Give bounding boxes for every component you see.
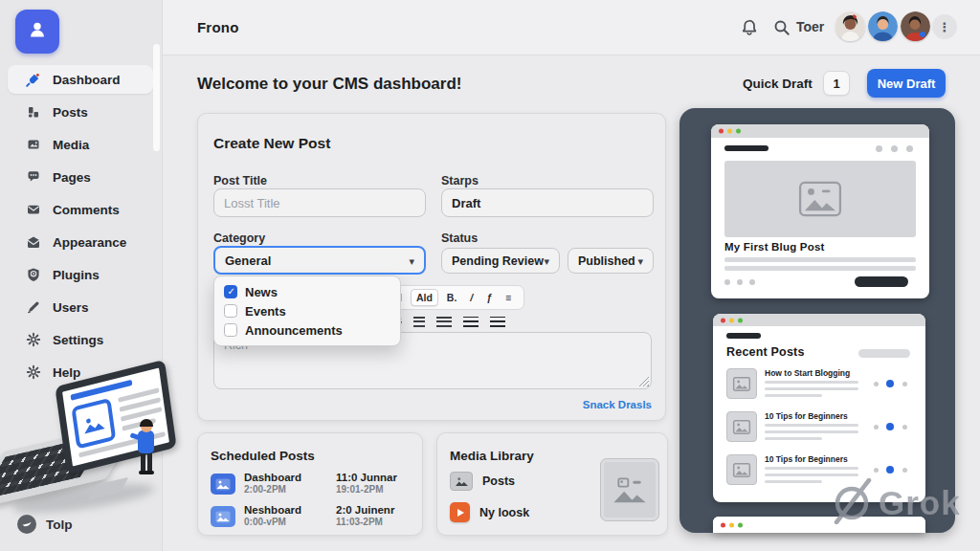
browser-mockup-post: My First Blug Post bbox=[711, 124, 929, 298]
media-row-label: Posts bbox=[482, 474, 515, 488]
play-icon bbox=[450, 502, 470, 522]
maximize-traffic-light bbox=[738, 318, 743, 322]
scheduled-row[interactable]: Dashboard 2:00-2PM bbox=[211, 472, 301, 495]
category-select[interactable]: General bbox=[213, 246, 426, 275]
sidebar-item-help[interactable]: Help bbox=[8, 358, 153, 386]
starps-input[interactable] bbox=[441, 188, 654, 217]
scheduled-date-sub: 11:03-2PM bbox=[336, 517, 394, 527]
sidebar-item-label: Posts bbox=[53, 105, 88, 120]
sidebar-item-appearance[interactable]: Appearance bbox=[8, 228, 153, 256]
italic-button[interactable]: / bbox=[465, 290, 478, 305]
sidebar-scrollbar[interactable] bbox=[153, 44, 160, 151]
dash-list-icon[interactable] bbox=[413, 317, 425, 327]
laptop-screen-image-icon bbox=[71, 398, 116, 450]
media-thumbnail[interactable] bbox=[600, 458, 659, 521]
dropdown-option-announcements[interactable]: Announcements bbox=[214, 320, 400, 340]
avatar[interactable] bbox=[835, 11, 865, 41]
laptop-trackpad bbox=[87, 477, 128, 500]
close-traffic-light bbox=[721, 318, 725, 322]
menu-icon[interactable]: ≡ bbox=[501, 290, 516, 305]
status-select[interactable]: Pending Review bbox=[441, 248, 560, 274]
toolbar-button[interactable]: ƒ bbox=[481, 290, 497, 305]
bell-icon[interactable] bbox=[740, 18, 759, 37]
scheduled-date: 2:0 Juinenr 11:03-2PM bbox=[336, 504, 394, 527]
editor-toolbar-row1: l Ald B. / ƒ ≡ bbox=[386, 285, 524, 310]
pen-icon bbox=[25, 299, 41, 316]
checkbox-icon[interactable] bbox=[224, 304, 237, 318]
preview-panel: My First Blug Post Recent Posts How to S… bbox=[679, 108, 955, 533]
chat-icon bbox=[25, 169, 41, 186]
snack-drafts-link[interactable]: Snack Drasls bbox=[583, 399, 652, 410]
image-icon bbox=[25, 137, 41, 153]
sidebar-item-label: Pages bbox=[53, 170, 91, 185]
image-icon bbox=[450, 472, 473, 491]
avatar[interactable] bbox=[901, 11, 930, 41]
category-dropdown-menu: News Events Announcements bbox=[213, 276, 401, 346]
sidebar-item-media[interactable]: Media bbox=[8, 130, 153, 159]
sidebar-item-label: Tolp bbox=[46, 518, 73, 532]
image-icon bbox=[211, 506, 235, 527]
brand-name: Frono bbox=[197, 19, 239, 35]
sidebar-item-comments[interactable]: Comments bbox=[8, 195, 153, 224]
app-logo[interactable] bbox=[15, 10, 59, 54]
sidebar-item-label: Dashboard bbox=[53, 73, 121, 87]
scheduled-date-sub: 19:01-2PM bbox=[336, 484, 397, 495]
starps-label: Starps bbox=[441, 174, 479, 187]
post-thumbnail bbox=[726, 368, 757, 399]
sidebar-item-users[interactable]: Users bbox=[8, 293, 153, 321]
post-thumbnail bbox=[726, 454, 757, 485]
user-avatar-icon bbox=[27, 19, 48, 44]
ordered-list-icon[interactable] bbox=[463, 317, 479, 327]
toolbar-button[interactable]: Ald bbox=[411, 289, 438, 306]
image-icon bbox=[211, 474, 235, 495]
sidebar-item-label: Settings bbox=[53, 333, 103, 347]
bar-chart-icon bbox=[25, 104, 41, 121]
avatar[interactable] bbox=[868, 11, 898, 41]
sidebar-item-tolp[interactable]: Tolp bbox=[17, 515, 73, 534]
search-icon[interactable] bbox=[772, 18, 791, 37]
sidebar-item-label: Users bbox=[53, 300, 89, 315]
post-title-input[interactable] bbox=[213, 188, 426, 217]
more-options-button[interactable]: ⋮ bbox=[932, 14, 957, 39]
option-label: News bbox=[245, 285, 278, 299]
sidebar-item-label: Media bbox=[53, 138, 89, 152]
sidebar-item-plugins[interactable]: Plugins bbox=[8, 260, 153, 289]
category-label: Category bbox=[213, 231, 265, 245]
media-library-card: Media Library Posts Ny loosk bbox=[436, 432, 668, 536]
scheduled-posts-card: Scheduled Posts Dashboard 2:00-2PM 11:0 … bbox=[197, 432, 423, 536]
toolbar-button[interactable]: B. bbox=[442, 290, 462, 305]
nav-bar-placeholder bbox=[724, 145, 768, 151]
chevron-down-icon bbox=[544, 254, 549, 268]
badge-icon bbox=[17, 515, 36, 534]
media-row-posts[interactable]: Posts bbox=[450, 472, 515, 491]
recent-post-title: 10 Tips for Beginners bbox=[765, 454, 848, 464]
sidebar-item-settings[interactable]: Settings bbox=[8, 325, 153, 354]
recent-posts-title: Recent Posts bbox=[726, 345, 805, 359]
post-title-label: Post Title bbox=[213, 174, 267, 187]
justify-icon[interactable] bbox=[490, 317, 505, 327]
scheduled-post-name: Dashboard bbox=[244, 472, 301, 483]
published-select[interactable]: Published bbox=[568, 248, 654, 274]
bullet-list-icon[interactable] bbox=[436, 317, 452, 327]
dropdown-option-events[interactable]: Events bbox=[214, 301, 400, 320]
user-name[interactable]: Toer bbox=[796, 19, 824, 34]
dropdown-option-news[interactable]: News bbox=[214, 282, 400, 301]
chevron-down-icon bbox=[409, 253, 414, 268]
sidebar-item-pages[interactable]: Pages bbox=[8, 163, 153, 191]
published-value: Published bbox=[578, 254, 635, 268]
option-label: Events bbox=[245, 304, 286, 319]
sidebar-item-dashboard[interactable]: Dashboard bbox=[8, 65, 153, 94]
maximize-traffic-light bbox=[736, 129, 741, 134]
quick-draft-label: Quick Draft bbox=[743, 77, 813, 91]
scheduled-row[interactable]: Neshboard 0:00-vPM bbox=[211, 504, 301, 527]
new-draft-button[interactable]: New Draft bbox=[867, 69, 946, 98]
checkbox-icon[interactable] bbox=[224, 323, 237, 337]
minimize-traffic-light bbox=[727, 129, 732, 134]
sidebar-item-posts[interactable]: Posts bbox=[8, 98, 153, 126]
sidebar-item-label: Appearance bbox=[53, 235, 126, 250]
sidebar-item-label: Comments bbox=[53, 203, 120, 217]
media-row-video[interactable]: Ny loosk bbox=[450, 502, 529, 522]
browser-titlebar bbox=[711, 124, 929, 138]
status-label: Status bbox=[441, 231, 478, 245]
checkbox-checked-icon[interactable] bbox=[224, 285, 237, 298]
